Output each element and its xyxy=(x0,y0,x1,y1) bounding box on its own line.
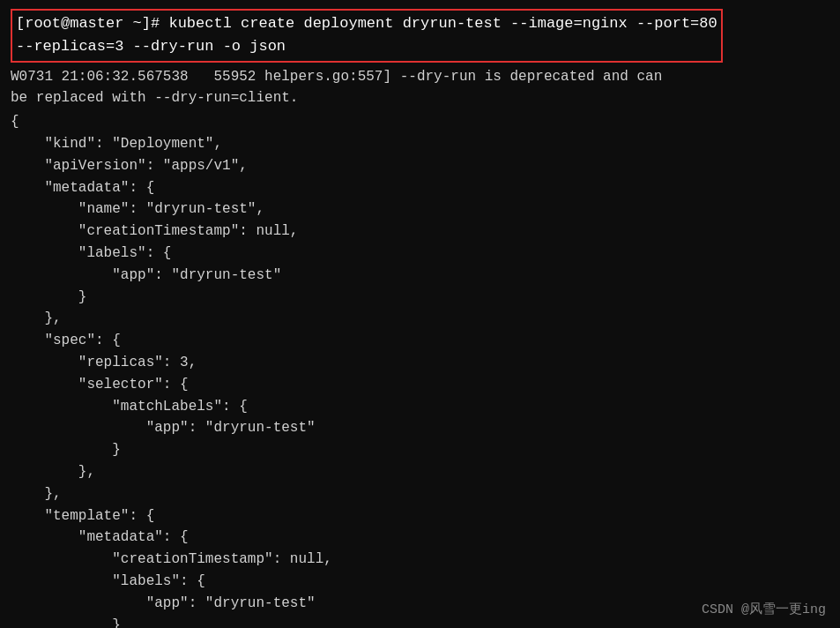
command-line-1: [root@master ~]# kubectl create deployme… xyxy=(16,12,717,35)
warning-line: W0731 21:06:32.567538 55952 helpers.go:5… xyxy=(11,66,829,110)
json-output: { "kind": "Deployment", "apiVersion": "a… xyxy=(11,111,829,628)
terminal-window: [root@master ~]# kubectl create deployme… xyxy=(0,0,840,628)
command-line-2: --replicas=3 --dry-run -o json xyxy=(16,35,717,58)
watermark: CSDN @风雪一更ing xyxy=(702,601,826,617)
command-block: [root@master ~]# kubectl create deployme… xyxy=(11,9,723,63)
